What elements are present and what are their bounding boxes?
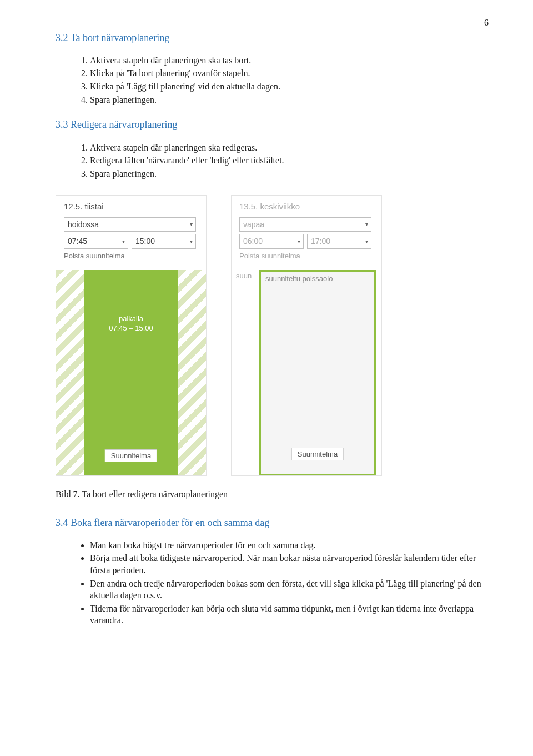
figure-caption: Bild 7. Ta bort eller redigera närvaropl… bbox=[56, 488, 489, 500]
remove-plan-link[interactable]: Poista suunnitelma bbox=[56, 249, 206, 267]
list-item: Den andra och tredje närvaroperioden bok… bbox=[90, 578, 489, 602]
plan-button[interactable]: Suunnitelma bbox=[105, 449, 157, 462]
list-item: Klicka på 'Lägg till planering' vid den … bbox=[90, 81, 489, 93]
list-item: Spara planeringen. bbox=[90, 94, 489, 106]
page-number: 6 bbox=[56, 17, 489, 29]
heading-3-2: 3.2 Ta bort närvaroplanering bbox=[56, 31, 489, 44]
time-end-select[interactable]: 15:00 bbox=[132, 234, 196, 249]
list-item: Aktivera stapeln där planeringen ska red… bbox=[90, 142, 489, 154]
list-item: Börja med att boka tidigaste närvaroperi… bbox=[90, 552, 489, 576]
list-item: Man kan boka högst tre närvaroperioder f… bbox=[90, 539, 489, 552]
status-select[interactable]: hoidossa bbox=[64, 217, 196, 232]
time-start-select[interactable]: 07:45 bbox=[64, 234, 128, 249]
stripe-pattern bbox=[56, 270, 84, 475]
list-item: Aktivera stapeln där planeringen ska tas… bbox=[90, 54, 489, 67]
plan-block-absence[interactable]: suunniteltu poissaolo Suunnitelma bbox=[259, 270, 376, 475]
day-date: 12.5. tiistai bbox=[56, 196, 206, 214]
day-card-right: 13.5. keskiviikko vapaa 06:00 17:00 Pois… bbox=[231, 195, 382, 476]
list-3-4: Man kan boka högst tre närvaroperioder f… bbox=[56, 539, 489, 627]
plan-stack: suun suunniteltu poissaolo Suunnitelma bbox=[232, 270, 381, 475]
plan-button[interactable]: Suunnitelma bbox=[291, 448, 344, 460]
time-end-select[interactable]: 17:00 bbox=[307, 234, 371, 249]
remove-plan-link[interactable]: Poista suunnitelma bbox=[232, 249, 381, 267]
screenshot-cards: 12.5. tiistai hoidossa 07:45 15:00 Poist… bbox=[56, 195, 489, 476]
time-start-select[interactable]: 06:00 bbox=[239, 234, 304, 249]
list-3-3: Aktivera stapeln där planeringen ska red… bbox=[56, 142, 489, 180]
plan-block-label: suunniteltu poissaolo bbox=[261, 272, 374, 286]
day-date: 13.5. keskiviikko bbox=[232, 196, 381, 214]
list-item: Klicka på 'Ta bort planering' ovanför st… bbox=[90, 67, 489, 79]
list-item: Spara planeringen. bbox=[90, 168, 489, 180]
status-select[interactable]: vapaa bbox=[239, 217, 371, 232]
heading-3-3: 3.3 Redigera närvaroplanering bbox=[56, 118, 489, 131]
list-3-2: Aktivera stapeln där planeringen ska tas… bbox=[56, 54, 489, 106]
list-item: Redigera fälten 'närvarande' eller 'ledi… bbox=[90, 154, 489, 167]
plan-block-present[interactable]: paikalla 07:45 – 15:00 Suunnitelma bbox=[84, 270, 178, 475]
stripe-pattern bbox=[178, 270, 206, 475]
list-item: Tiderna för närvaroperioder kan börja oc… bbox=[90, 603, 489, 627]
heading-3-4: 3.4 Boka flera närvaroperioder för en oc… bbox=[56, 516, 489, 529]
plan-block-label: paikalla 07:45 – 15:00 bbox=[84, 314, 178, 333]
truncated-label: suun bbox=[236, 271, 252, 281]
plan-stack: paikalla 07:45 – 15:00 Suunnitelma bbox=[56, 270, 206, 475]
day-card-left: 12.5. tiistai hoidossa 07:45 15:00 Poist… bbox=[56, 195, 207, 476]
